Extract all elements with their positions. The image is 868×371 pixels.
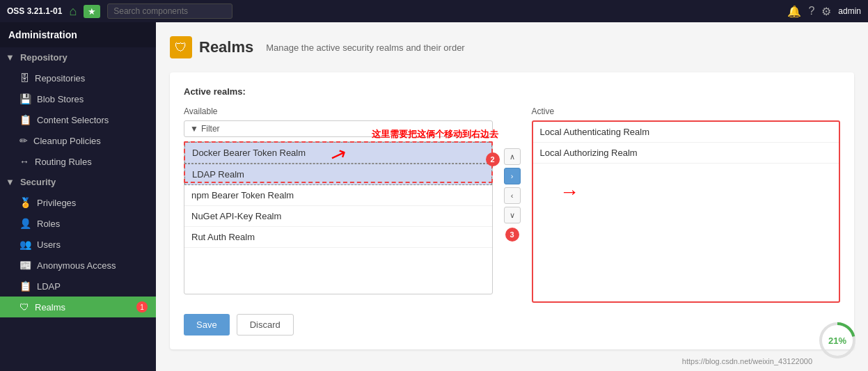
sidebar-routing-rules-label: Routing Rules bbox=[35, 157, 92, 167]
list-item-nuget-api[interactable]: NuGet API-Key Realm bbox=[184, 206, 492, 227]
filter-icon: ▼ bbox=[190, 124, 198, 134]
topbar-settings-icon[interactable]: ⚙ bbox=[821, 5, 831, 18]
realms-layout: Available ▼ Filter Docker Bearer Token R… bbox=[184, 106, 840, 303]
routing-icon: ↔ bbox=[19, 156, 29, 167]
sidebar-item-repository[interactable]: ▼ Repository bbox=[0, 47, 156, 68]
list-item-npm-bearer[interactable]: npm Bearer Token Realm bbox=[184, 185, 492, 206]
active-listbox[interactable]: Local Authenticating Realm Local Authori… bbox=[532, 120, 841, 303]
card-title: Active realms: bbox=[184, 86, 840, 97]
save-button[interactable]: Save bbox=[184, 314, 230, 336]
page-title: Realms bbox=[199, 38, 253, 56]
realms-badge: 1 bbox=[136, 301, 148, 313]
list-icon: 📋 bbox=[19, 114, 31, 125]
realms-page-icon: 🛡 bbox=[175, 40, 187, 55]
sidebar-privileges-label: Privileges bbox=[37, 198, 76, 208]
anon-icon: 📰 bbox=[19, 260, 31, 271]
chevron-down-icon: ▼ bbox=[6, 52, 15, 63]
sidebar-item-blob-stores[interactable]: 💾 Blob Stores bbox=[0, 88, 156, 109]
sidebar-repositories-label: Repositories bbox=[35, 73, 85, 84]
topbar-logo: OSS 3.21.1-01 bbox=[7, 6, 62, 16]
sidebar-item-routing-rules[interactable]: ↔ Routing Rules bbox=[0, 151, 156, 172]
sidebar-item-anonymous-access[interactable]: 📰 Anonymous Access bbox=[0, 255, 156, 276]
page-subtitle: Manage the active security realms and th… bbox=[266, 42, 464, 53]
shield-icon: 🛡 bbox=[19, 301, 29, 313]
topbar-bell-icon[interactable]: 🔔 bbox=[787, 5, 801, 18]
sidebar-users-label: Users bbox=[37, 239, 61, 250]
topbar: OSS 3.21.1-01 ⌂ ★ 🔔 ? ⚙ admin bbox=[0, 0, 868, 22]
pencil-icon: ✏ bbox=[19, 135, 28, 146]
main-layout: Administration ▼ Repository 🗄 Repositori… bbox=[0, 22, 868, 371]
content-area: 🛡 Realms Manage the active security real… bbox=[156, 22, 868, 371]
list-item-docker-bearer[interactable]: Docker Bearer Token Realm bbox=[184, 142, 492, 164]
role-icon: 👤 bbox=[19, 218, 31, 229]
filter-input[interactable]: ▼ Filter bbox=[184, 120, 493, 137]
chevron-down-icon-security: ▼ bbox=[6, 177, 15, 187]
sidebar-item-roles[interactable]: 👤 Roles bbox=[0, 213, 156, 234]
action-buttons: Save Discard bbox=[184, 314, 840, 336]
sidebar-item-users[interactable]: 👥 Users bbox=[0, 234, 156, 255]
medal-icon: 🏅 bbox=[19, 197, 31, 208]
page-header: 🛡 Realms Manage the active security real… bbox=[170, 36, 854, 58]
sidebar-item-realms[interactable]: 🛡 Realms 1 bbox=[0, 297, 156, 317]
sidebar-item-cleanup-policies[interactable]: ✏ Cleanup Policies bbox=[0, 130, 156, 151]
sidebar-item-content-selectors[interactable]: 📋 Content Selectors bbox=[0, 109, 156, 130]
sidebar-item-privileges[interactable]: 🏅 Privileges bbox=[0, 192, 156, 213]
list-item-rut-auth[interactable]: Rut Auth Realm bbox=[184, 227, 492, 248]
active-label: Active bbox=[532, 106, 841, 116]
disk-icon: 💾 bbox=[19, 93, 31, 104]
realm-controls: ∧ › ‹ ∨ 3 bbox=[504, 106, 521, 243]
sidebar-roles-label: Roles bbox=[37, 219, 60, 229]
sidebar-anonymous-label: Anonymous Access bbox=[37, 260, 116, 271]
list-item-ldap-realm[interactable]: LDAP Realm bbox=[184, 164, 492, 185]
move-left-button[interactable]: ‹ bbox=[504, 187, 521, 204]
users-icon: 👥 bbox=[19, 239, 31, 250]
sidebar-content-selectors-label: Content Selectors bbox=[37, 115, 109, 125]
sidebar: Administration ▼ Repository 🗄 Repositori… bbox=[0, 22, 156, 371]
discard-button[interactable]: Discard bbox=[237, 314, 294, 336]
ldap-icon: 📋 bbox=[19, 281, 31, 292]
topbar-home-icon[interactable]: ⌂ bbox=[69, 4, 77, 19]
move-up-button[interactable]: ∧ bbox=[504, 148, 521, 165]
realms-card: Active realms: Available ▼ Filter Docker… bbox=[170, 72, 854, 349]
available-label: Available bbox=[184, 106, 493, 116]
list-item-local-auth[interactable]: Local Authenticating Realm bbox=[533, 122, 839, 143]
available-listbox[interactable]: Docker Bearer Token Realm LDAP Realm npm… bbox=[184, 141, 493, 294]
progress-text: 21% bbox=[828, 336, 846, 346]
topbar-star-icon[interactable]: ★ bbox=[84, 5, 100, 18]
database-icon: 🗄 bbox=[19, 72, 29, 84]
progress-circle: 21% bbox=[818, 321, 857, 360]
sidebar-header: Administration bbox=[0, 22, 156, 47]
sidebar-item-repository-label: Repository bbox=[20, 52, 68, 63]
move-right-button[interactable]: › bbox=[504, 168, 521, 184]
sidebar-item-security-section[interactable]: ▼ Security bbox=[0, 172, 156, 192]
active-panel: Active Local Authenticating Realm Local … bbox=[532, 106, 841, 303]
sidebar-blob-stores-label: Blob Stores bbox=[37, 94, 84, 104]
search-input[interactable] bbox=[107, 3, 232, 19]
sidebar-security-label: Security bbox=[20, 177, 56, 187]
topbar-help-icon[interactable]: ? bbox=[808, 5, 814, 17]
page-header-icon: 🛡 bbox=[170, 36, 192, 58]
list-item-local-authz[interactable]: Local Authorizing Realm bbox=[533, 143, 839, 164]
sidebar-cleanup-policies-label: Cleanup Policies bbox=[33, 136, 101, 146]
sidebar-item-ldap[interactable]: 📋 LDAP bbox=[0, 276, 156, 297]
topbar-user[interactable]: admin bbox=[838, 6, 861, 16]
move-down-button[interactable]: ∨ bbox=[504, 207, 521, 223]
sidebar-realms-label: Realms bbox=[35, 302, 65, 313]
sidebar-item-repositories[interactable]: 🗄 Repositories bbox=[0, 68, 156, 88]
available-panel: Available ▼ Filter Docker Bearer Token R… bbox=[184, 106, 493, 294]
sidebar-ldap-label: LDAP bbox=[37, 281, 61, 292]
watermark: https://blog.csdn.net/weixin_43122000 bbox=[682, 357, 812, 365]
filter-label: Filter bbox=[201, 124, 220, 134]
